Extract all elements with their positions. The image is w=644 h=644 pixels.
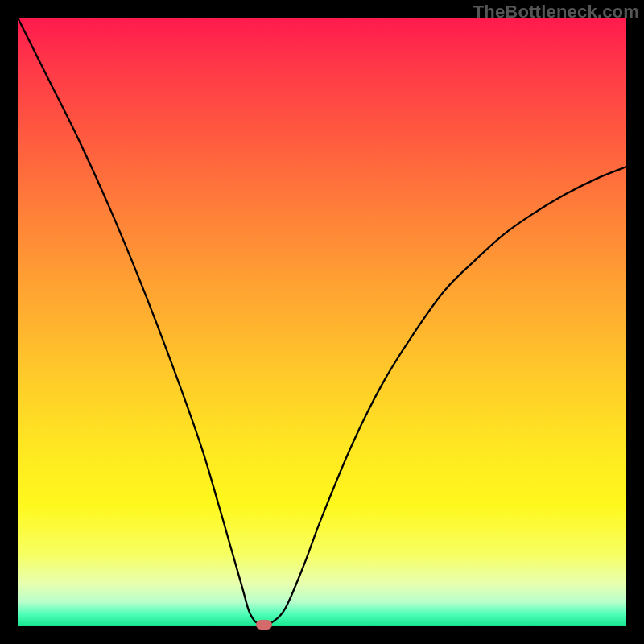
plot-area bbox=[18, 18, 626, 626]
chart-frame: TheBottleneck.com bbox=[0, 0, 644, 644]
watermark-text: TheBottleneck.com bbox=[473, 2, 639, 23]
optimal-marker bbox=[256, 620, 272, 630]
bottleneck-curve bbox=[18, 18, 626, 626]
